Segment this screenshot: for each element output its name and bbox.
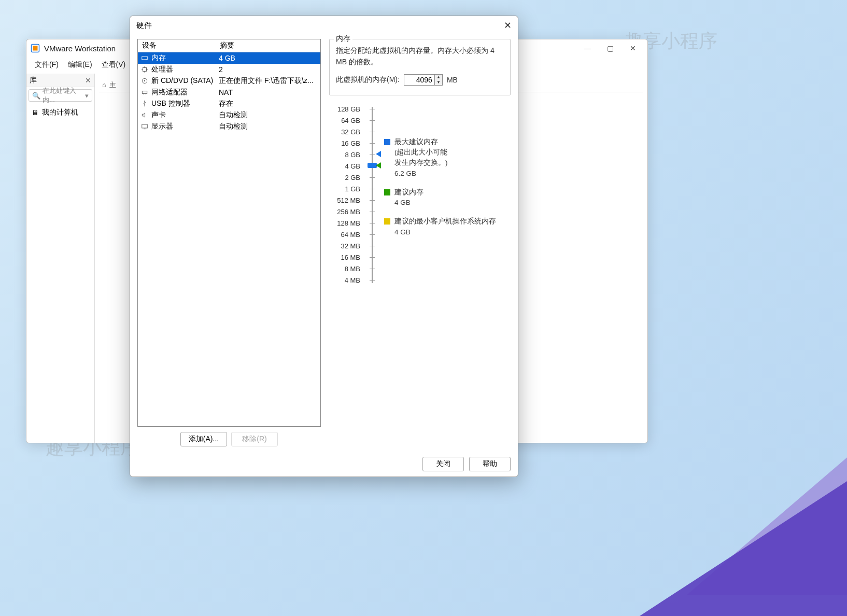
hardware-row-network[interactable]: 网络适配器NAT [138,87,320,98]
library-search-placeholder: 在此处键入内... [43,86,85,105]
memory-icon [141,54,148,62]
blue-swatch-icon [384,139,390,145]
max-marker-icon [376,151,381,157]
memory-legend: 内存 [334,34,352,44]
minimize-button[interactable]: — [577,41,598,55]
hardware-row-memory[interactable]: 内存4 GB [138,52,320,64]
hardware-name: 显示器 [151,122,173,131]
hardware-summary: 正在使用文件 F:\迅雷下载\z... [216,76,320,86]
hardware-name: 网络适配器 [151,88,188,97]
hardware-row-sound[interactable]: 声卡自动检测 [138,109,320,121]
cpu-icon [141,66,148,73]
yellow-swatch-icon [384,218,390,225]
menu-edit[interactable]: 编辑(E) [64,59,96,71]
hardware-dialog: 硬件 ✕ 设备 摘要 内存4 GB处理器2新 CD/DVD (SATA)正在使用… [130,16,518,477]
library-close-icon[interactable]: ✕ [85,76,91,85]
search-icon: 🔍 [32,92,40,100]
library-search[interactable]: 🔍 在此处键入内... ▾ [29,89,92,102]
menu-file[interactable]: 文件(F) [31,59,63,71]
hardware-name: 内存 [151,53,166,63]
vmware-title: VMware Workstation [44,44,116,53]
svg-rect-6 [142,91,147,94]
vmware-app-icon [31,44,40,53]
max-memory-note1: (超出此大小可能 [394,147,511,158]
menu-view[interactable]: 查看(V) [97,59,130,71]
remove-hardware-button: 移除(R) [231,432,278,446]
home-tab[interactable]: 主 [109,80,116,90]
min-memory-value: 4 GB [394,227,511,237]
library-panel: 库 ✕ 🔍 在此处键入内... ▾ 🖥 我的计算机 [26,74,95,443]
computer-icon: 🖥 [32,108,39,117]
sound-icon [141,111,148,119]
green-swatch-icon [384,189,390,195]
dialog-close-footer-button[interactable]: 关闭 [422,457,464,471]
close-button[interactable]: ✕ [623,41,643,55]
svg-rect-3 [143,68,147,72]
chevron-down-icon[interactable]: ▾ [85,92,89,100]
rec-memory-title: 建议内存 [394,187,424,198]
hardware-row-display[interactable]: 显示器自动检测 [138,121,320,132]
hardware-summary: 存在 [216,99,320,108]
memory-description: 指定分配给此虚拟机的内存量。内存大小必须为 4 MB 的倍数。 [336,45,504,68]
memory-spin-up[interactable]: ▲ [435,75,442,80]
column-summary[interactable]: 摘要 [216,39,320,52]
hardware-row-usb[interactable]: USB 控制器存在 [138,98,320,109]
library-title: 库 [30,76,37,85]
svg-rect-8 [142,124,148,128]
recommended-marker-icon [376,162,381,169]
display-icon [141,123,148,130]
max-memory-value: 6.2 GB [394,169,511,179]
hardware-row-cpu[interactable]: 处理器2 [138,64,320,75]
min-memory-title: 建议的最小客户机操作系统内存 [394,216,496,227]
hardware-name: USB 控制器 [151,99,190,108]
hardware-summary: 4 GB [216,54,320,62]
svg-rect-1 [33,46,38,51]
dialog-close-button[interactable]: ✕ [504,20,512,31]
library-root-label: 我的计算机 [42,108,78,117]
network-icon [141,89,148,96]
hardware-summary: 2 [216,65,320,74]
library-root-node[interactable]: 🖥 我的计算机 [29,107,92,118]
hardware-summary: NAT [216,88,320,96]
column-device[interactable]: 设备 [138,39,216,52]
hardware-name: 新 CD/DVD (SATA) [151,76,213,86]
memory-input[interactable] [404,75,434,85]
dialog-title: 硬件 [136,21,152,31]
memory-tick-labels: 128 GB64 GB32 GB16 GB8 GB4 GB2 GB1 GB512… [329,104,360,286]
memory-slider[interactable] [366,104,378,286]
rec-memory-value: 4 GB [394,198,511,208]
svg-point-7 [144,101,145,102]
dialog-help-button[interactable]: 帮助 [469,457,511,471]
hardware-summary: 自动检测 [216,122,320,131]
max-memory-note2: 发生内存交换。) [394,158,511,168]
memory-spin-down[interactable]: ▼ [435,80,442,85]
svg-rect-2 [142,57,148,60]
svg-point-5 [144,80,145,81]
home-icon[interactable]: ⌂ [102,81,106,89]
hardware-list: 设备 摘要 内存4 GB处理器2新 CD/DVD (SATA)正在使用文件 F:… [137,39,321,427]
hardware-name: 声卡 [151,110,166,120]
hardware-name: 处理器 [151,65,173,74]
hardware-row-disc[interactable]: 新 CD/DVD (SATA)正在使用文件 F:\迅雷下载\z... [138,75,320,87]
memory-unit: MB [447,76,458,84]
max-memory-title: 最大建议内存 [394,137,438,147]
maximize-button[interactable]: ▢ [600,41,620,55]
hardware-summary: 自动检测 [216,110,320,120]
usb-icon [141,100,148,107]
add-hardware-button[interactable]: 添加(A)... [180,432,227,446]
memory-field-label: 此虚拟机的内存(M): [336,75,400,85]
disc-icon [141,77,148,85]
